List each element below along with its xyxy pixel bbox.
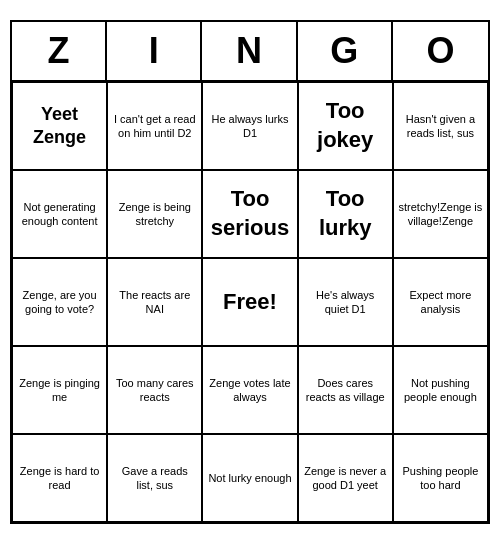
bingo-cell: Zenge, are you going to vote? xyxy=(12,258,107,346)
cell-text: Pushing people too hard xyxy=(398,464,483,493)
header-letter: N xyxy=(202,22,297,80)
header-letter: I xyxy=(107,22,202,80)
cell-text: Not generating enough content xyxy=(17,200,102,229)
cell-text: Zenge votes late always xyxy=(207,376,292,405)
cell-text: Yeet Zenge xyxy=(17,103,102,150)
bingo-header: ZINGO xyxy=(12,22,488,82)
cell-text: He's always quiet D1 xyxy=(303,288,388,317)
bingo-cell: Yeet Zenge xyxy=(12,82,107,170)
bingo-cell: Zenge is never a good D1 yeet xyxy=(298,434,393,522)
cell-text: Zenge is never a good D1 yeet xyxy=(303,464,388,493)
cell-text: Zenge, are you going to vote? xyxy=(17,288,102,317)
bingo-grid: Yeet ZengeI can't get a read on him unti… xyxy=(12,82,488,522)
bingo-cell: Too serious xyxy=(202,170,297,258)
bingo-cell: Too lurky xyxy=(298,170,393,258)
bingo-cell: Does cares reacts as village xyxy=(298,346,393,434)
bingo-cell: The reacts are NAI xyxy=(107,258,202,346)
cell-text: Too jokey xyxy=(303,97,388,154)
cell-text: Not lurky enough xyxy=(208,471,291,485)
cell-text: Zenge is pinging me xyxy=(17,376,102,405)
cell-text: stretchy!Zenge is village!Zenge xyxy=(398,200,483,229)
cell-text: Too serious xyxy=(207,185,292,242)
cell-text: I can't get a read on him until D2 xyxy=(112,112,197,141)
cell-text: He always lurks D1 xyxy=(207,112,292,141)
bingo-cell: Not pushing people enough xyxy=(393,346,488,434)
bingo-cell: He always lurks D1 xyxy=(202,82,297,170)
header-letter: G xyxy=(298,22,393,80)
bingo-cell: Pushing people too hard xyxy=(393,434,488,522)
cell-text: Not pushing people enough xyxy=(398,376,483,405)
cell-text: Expect more analysis xyxy=(398,288,483,317)
bingo-cell: I can't get a read on him until D2 xyxy=(107,82,202,170)
bingo-cell: Zenge is pinging me xyxy=(12,346,107,434)
bingo-cell: Not lurky enough xyxy=(202,434,297,522)
bingo-cell: Zenge is hard to read xyxy=(12,434,107,522)
bingo-cell: Zenge votes late always xyxy=(202,346,297,434)
cell-text: Hasn't given a reads list, sus xyxy=(398,112,483,141)
bingo-cell: Free! xyxy=(202,258,297,346)
cell-text: Gave a reads list, sus xyxy=(112,464,197,493)
cell-text: Too lurky xyxy=(303,185,388,242)
cell-text: Free! xyxy=(223,288,277,317)
cell-text: Does cares reacts as village xyxy=(303,376,388,405)
bingo-cell: Gave a reads list, sus xyxy=(107,434,202,522)
bingo-cell: stretchy!Zenge is village!Zenge xyxy=(393,170,488,258)
bingo-cell: Zenge is being stretchy xyxy=(107,170,202,258)
bingo-cell: Expect more analysis xyxy=(393,258,488,346)
header-letter: O xyxy=(393,22,488,80)
bingo-cell: Hasn't given a reads list, sus xyxy=(393,82,488,170)
bingo-cell: Not generating enough content xyxy=(12,170,107,258)
cell-text: Zenge is being stretchy xyxy=(112,200,197,229)
cell-text: Zenge is hard to read xyxy=(17,464,102,493)
bingo-cell: He's always quiet D1 xyxy=(298,258,393,346)
cell-text: Too many cares reacts xyxy=(112,376,197,405)
bingo-card: ZINGO Yeet ZengeI can't get a read on hi… xyxy=(10,20,490,524)
header-letter: Z xyxy=(12,22,107,80)
bingo-cell: Too jokey xyxy=(298,82,393,170)
cell-text: The reacts are NAI xyxy=(112,288,197,317)
bingo-cell: Too many cares reacts xyxy=(107,346,202,434)
